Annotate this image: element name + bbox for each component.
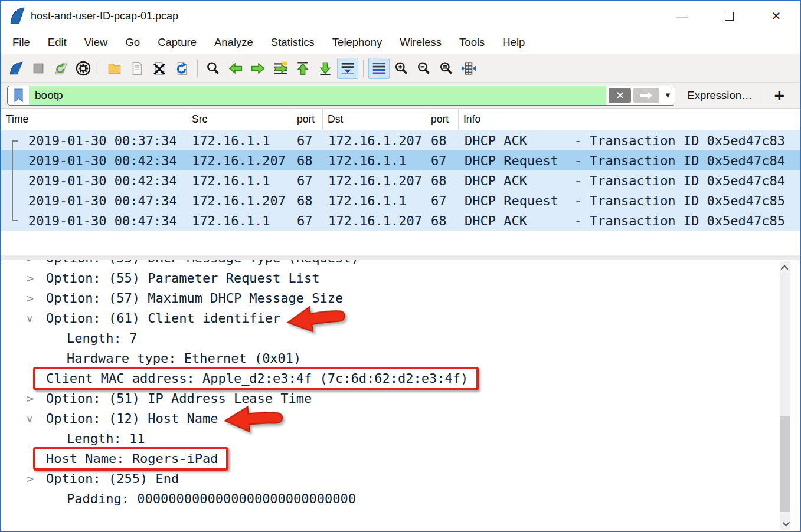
reload-file-button[interactable]: [171, 58, 192, 79]
menu-wireless[interactable]: Wireless: [391, 36, 450, 49]
go-back-button[interactable]: [225, 58, 246, 79]
close-button[interactable]: ✕: [753, 1, 800, 31]
expander-icon[interactable]: >: [26, 260, 46, 268]
detail-row[interactable]: > Option: (55) Parameter Request List: [1, 268, 800, 288]
menu-file[interactable]: File: [4, 36, 39, 49]
detail-row-client-identifier[interactable]: ∨ Option: (61) Client identifier: [1, 308, 800, 329]
cell-info: DHCP ACK - Transaction ID 0x5ed47c85: [459, 214, 800, 228]
packet-row-selected[interactable]: 2019-01-30 00:42:34 172.16.1.207 68 172.…: [1, 150, 800, 170]
detail-row[interactable]: Length: 11: [1, 429, 800, 449]
menu-help[interactable]: Help: [493, 36, 534, 49]
detail-text: Option: (12) Host Name: [46, 409, 218, 429]
zoom-reset-button[interactable]: [436, 58, 457, 79]
detail-row[interactable]: > Option: (53) DHCP Message Type (Reques…: [1, 260, 800, 268]
detail-text: Option: (255) End: [46, 469, 179, 489]
go-to-packet-button[interactable]: [270, 58, 291, 79]
expander-icon[interactable]: >: [26, 288, 46, 308]
packet-row[interactable]: 2019-01-30 00:47:34 172.16.1.1 67 172.16…: [1, 211, 800, 231]
pane-splitter[interactable]: [1, 255, 800, 260]
detail-text: Length: 11: [67, 429, 145, 449]
add-filter-button[interactable]: +: [774, 88, 784, 103]
expander-icon[interactable]: >: [26, 268, 46, 288]
arrow-up-bar-icon: [295, 61, 310, 76]
menu-view[interactable]: View: [76, 36, 117, 49]
detail-row[interactable]: > Option: (51) IP Address Lease Time: [1, 389, 800, 409]
colorize-button[interactable]: [368, 58, 390, 79]
filter-clear-button[interactable]: ✕: [609, 88, 631, 103]
detail-row[interactable]: Padding: 0000000000000000000000000000: [1, 489, 800, 509]
menu-edit[interactable]: Edit: [39, 36, 76, 49]
zoom-reset-icon: [439, 61, 454, 76]
open-file-button[interactable]: [104, 58, 125, 79]
scroll-down-button[interactable]: [780, 518, 790, 528]
packet-row[interactable]: 2019-01-30 00:42:34 172.16.1.1 67 172.16…: [1, 170, 800, 191]
detail-row[interactable]: > Option: (255) End: [1, 469, 800, 489]
menu-go[interactable]: Go: [116, 36, 149, 49]
detail-row-host-name-option[interactable]: ∨ Option: (12) Host Name: [1, 409, 800, 429]
cell-info: DHCP Request - Transaction ID 0x5ed47c84: [459, 153, 800, 168]
expander-icon[interactable]: >: [26, 469, 46, 489]
filter-bookmark-button[interactable]: [8, 86, 29, 105]
resize-columns-button[interactable]: [458, 58, 479, 79]
detail-row-client-mac[interactable]: Client MAC address: Apple_d2:e3:4f (7c:6…: [1, 369, 800, 389]
expander-icon[interactable]: >: [26, 389, 46, 409]
menu-analyze[interactable]: Analyze: [205, 36, 262, 49]
gear-icon: [76, 61, 91, 76]
find-packet-button[interactable]: [202, 58, 224, 79]
reload-icon: [174, 61, 189, 76]
detail-row[interactable]: Hardware type: Ethernet (0x01): [1, 349, 800, 369]
maximize-button[interactable]: [705, 1, 753, 31]
resize-columns-icon: [461, 61, 476, 76]
expression-button[interactable]: Expression…: [687, 89, 752, 102]
expander-icon[interactable]: ∨: [26, 308, 46, 329]
close-file-button[interactable]: [149, 58, 170, 79]
packet-row[interactable]: 2019-01-30 00:37:34 172.16.1.1 67 172.16…: [1, 130, 800, 150]
start-capture-button[interactable]: [5, 58, 27, 79]
scrollbar-thumb[interactable]: [780, 416, 790, 512]
minimize-button[interactable]: —: [658, 1, 705, 31]
filter-apply-button[interactable]: [633, 88, 659, 103]
auto-scroll-button[interactable]: [337, 58, 358, 79]
go-last-button[interactable]: [315, 58, 336, 79]
column-header-time[interactable]: Time: [1, 109, 187, 130]
vertical-scrollbar[interactable]: [780, 261, 790, 530]
column-header-sport[interactable]: port: [292, 109, 323, 130]
save-file-button[interactable]: [126, 58, 148, 79]
shark-fin-icon: [8, 61, 24, 76]
go-first-button[interactable]: [292, 58, 313, 79]
cell-dst: 172.16.1.207: [323, 214, 426, 228]
apply-arrow-icon: [640, 91, 653, 100]
scroll-up-button[interactable]: [780, 262, 790, 273]
expander-icon[interactable]: ∨: [26, 409, 46, 429]
menu-statistics[interactable]: Statistics: [262, 36, 323, 49]
cell-dport: 68: [426, 214, 459, 228]
clear-x-icon: ✕: [616, 89, 625, 102]
related-packets-bracket: [12, 140, 18, 221]
menu-tools[interactable]: Tools: [450, 36, 493, 49]
restart-capture-button[interactable]: [50, 58, 71, 79]
display-filter-input[interactable]: bootp: [29, 86, 606, 105]
detail-text: Padding: 0000000000000000000000000000: [67, 489, 356, 509]
cell-src: 172.16.1.207: [187, 153, 292, 168]
detail-text: Option: (61) Client identifier: [46, 308, 280, 329]
cell-sport: 68: [292, 153, 323, 168]
column-header-dst[interactable]: Dst: [323, 109, 426, 130]
detail-row[interactable]: Length: 7: [1, 329, 800, 349]
chevron-up-icon: [781, 265, 789, 272]
detail-row-host-name-value[interactable]: Host Name: Rogers-iPad: [1, 449, 800, 469]
menu-capture[interactable]: Capture: [149, 36, 205, 49]
column-header-dport[interactable]: port: [426, 109, 459, 130]
zoom-out-button[interactable]: [413, 58, 434, 79]
go-forward-button[interactable]: [247, 58, 269, 79]
packet-row[interactable]: 2019-01-30 00:47:34 172.16.1.207 68 172.…: [1, 191, 800, 211]
capture-options-button[interactable]: [73, 58, 94, 79]
column-header-info[interactable]: Info: [459, 109, 800, 130]
filter-history-dropdown[interactable]: ▼: [661, 86, 675, 105]
maximize-icon: [725, 12, 734, 21]
zoom-in-button[interactable]: [391, 58, 412, 79]
menu-telephony[interactable]: Telephony: [323, 36, 391, 49]
column-header-src[interactable]: Src: [187, 109, 292, 130]
zoom-out-icon: [416, 61, 431, 76]
stop-capture-button[interactable]: [28, 58, 49, 79]
detail-row[interactable]: > Option: (57) Maximum DHCP Message Size: [1, 288, 800, 308]
